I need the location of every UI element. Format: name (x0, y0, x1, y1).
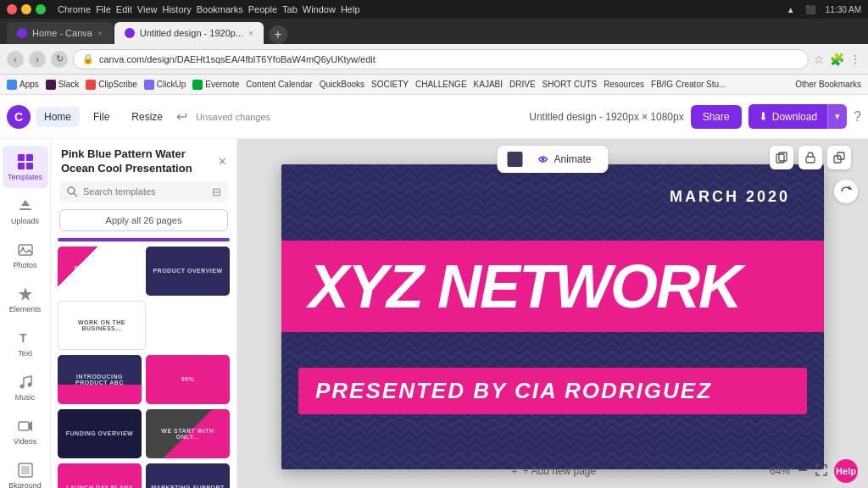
svg-rect-12 (19, 422, 29, 430)
bookmark-society[interactable]: SOCIETY (371, 80, 409, 89)
music-label: Music (15, 393, 36, 402)
photos-icon (16, 241, 35, 259)
close-window-button[interactable] (7, 4, 17, 14)
back-button[interactable]: ‹ (7, 51, 24, 68)
list-item[interactable]: PRODUCT OVERVIEW (146, 247, 230, 296)
sidebar-item-background[interactable]: Bkground (3, 454, 48, 488)
bookmark-resources[interactable]: Resources (604, 80, 644, 89)
animate-button[interactable]: Animate (529, 150, 598, 169)
canva-home-button[interactable]: Home (36, 107, 80, 127)
refresh-button[interactable]: ↻ (51, 51, 68, 68)
url-bar[interactable]: 🔒 canva.com/design/DAEHt1sqsEA/4fbIT6Yfo… (73, 49, 809, 69)
bookmark-slack[interactable]: Slack (46, 80, 79, 90)
presented-by-banner[interactable]: PRESENTED BY CIA RODRIGUEZ (298, 368, 807, 414)
filter-icon[interactable]: ⊟ (212, 186, 221, 198)
os-menu-file[interactable]: File (96, 4, 111, 14)
canva-file-button[interactable]: File (85, 107, 118, 127)
bookmark-star-icon[interactable]: ☆ (814, 53, 825, 66)
sidebar-item-text[interactable]: T Text (3, 322, 48, 364)
download-caret-button[interactable]: ▾ (827, 104, 847, 129)
svg-rect-15 (21, 466, 30, 474)
bookmark-apps[interactable]: Apps (7, 80, 39, 90)
copy-page-button[interactable] (770, 146, 793, 169)
share-button[interactable]: Share (691, 105, 742, 129)
list-item[interactable]: WE START WITH ONLY... (146, 409, 230, 458)
list-item[interactable]: PRESENTATIONOUTLINE (58, 247, 142, 296)
svg-rect-4 (19, 208, 31, 210)
uploads-label: Uploads (11, 217, 39, 225)
os-menu-window[interactable]: Window (303, 4, 336, 14)
bookmark-kajabi[interactable]: KAJABI (474, 80, 503, 89)
send-to-back-button[interactable] (827, 146, 851, 169)
os-menu-edit[interactable]: Edit (116, 4, 132, 14)
template-row-3: WORK ON THEBUSINESS... (58, 301, 230, 350)
zoom-out-button[interactable] (797, 464, 809, 479)
os-menu-view[interactable]: View (137, 4, 158, 14)
tab-close-design[interactable]: × (248, 29, 253, 38)
add-new-page-button[interactable]: ＋ + Add new page (509, 464, 596, 479)
music-icon (16, 373, 35, 391)
sidebar-icons: Templates Uploads Photos Elements T Text (0, 139, 51, 488)
minimize-window-button[interactable] (21, 4, 31, 14)
bookmark-quickbooks[interactable]: QuickBooks (320, 80, 364, 89)
new-tab-button[interactable]: + (269, 25, 287, 44)
sidebar-item-elements[interactable]: Elements (3, 278, 48, 320)
canva-resize-button[interactable]: Resize (123, 107, 171, 127)
xyz-network-banner[interactable]: XYZ NETWORK (281, 241, 824, 332)
os-menu-history[interactable]: History (162, 4, 191, 14)
uploads-icon (16, 197, 35, 215)
zoom-fit-button[interactable] (815, 464, 827, 479)
tab-untitled-design[interactable]: Untitled design - 1920p... × (114, 22, 264, 44)
bookmark-clickup[interactable]: ClickUp (144, 80, 186, 90)
undo-button[interactable]: ↩ (176, 108, 187, 125)
bookmark-content-calendar[interactable]: Content Calendar (246, 80, 312, 89)
maximize-window-button[interactable] (36, 4, 46, 14)
bookmark-clipscribe[interactable]: ClipScribe (86, 80, 137, 90)
list-item[interactable]: INTRODUCINGPRODUCT ABC (58, 355, 142, 404)
list-item[interactable]: WORK ON THEBUSINESS... (58, 301, 146, 350)
help-button[interactable]: Help (834, 459, 858, 483)
expand-icon (815, 464, 827, 476)
canvas-color-swatch[interactable] (507, 152, 522, 167)
zoom-out-icon (797, 464, 809, 476)
canva-logo[interactable]: C (7, 105, 31, 129)
bookmark-shortcuts[interactable]: SHORT CUTS (542, 80, 598, 89)
tab-close-home[interactable]: × (97, 29, 103, 38)
sidebar-item-photos[interactable]: Photos (3, 234, 48, 276)
os-menu-people[interactable]: People (248, 4, 277, 14)
forward-button[interactable]: › (29, 51, 46, 68)
sidebar-item-templates[interactable]: Templates (3, 146, 48, 188)
bookmark-fbig[interactable]: FB/IG Creator Stu... (651, 80, 726, 89)
list-item[interactable]: XYZ NETWORK PRESENTED BY CIA RODRIGUEZ (58, 238, 230, 241)
sidebar-item-videos[interactable]: Videos (3, 410, 48, 452)
extensions-icon[interactable]: 🧩 (830, 53, 844, 66)
list-item[interactable]: FUNDING OVERVIEW (58, 409, 142, 458)
bookmark-evernote[interactable]: Evernote (192, 80, 239, 90)
sidebar-item-uploads[interactable]: Uploads (3, 190, 48, 232)
bookmark-drive[interactable]: DRIVE (509, 80, 536, 89)
os-menu-tab[interactable]: Tab (282, 4, 298, 14)
os-menu-help[interactable]: Help (341, 4, 360, 14)
svg-line-20 (74, 193, 77, 197)
help-question-icon[interactable]: ? (854, 109, 861, 125)
download-button[interactable]: ⬇ Download (748, 104, 827, 129)
os-menu-chrome[interactable]: Chrome (58, 4, 91, 14)
panel-close-button[interactable]: × (219, 154, 226, 169)
list-item[interactable]: 98% (146, 355, 230, 404)
list-item[interactable]: LAUNCH DAY PLANS (58, 463, 142, 488)
browser-menu-icon[interactable]: ⋮ (849, 53, 861, 66)
svg-rect-28 (798, 469, 807, 471)
design-canvas[interactable]: MARCH 2020 XYZ NETWORK PRESENTED BY CIA … (281, 164, 824, 469)
search-input[interactable] (83, 186, 207, 197)
sidebar-item-music[interactable]: Music (3, 366, 48, 408)
svg-rect-3 (26, 163, 33, 169)
template-search-bar[interactable]: ⊟ (59, 181, 228, 202)
bookmark-challenge[interactable]: CHALLENGE (415, 80, 467, 89)
tab-home-canva[interactable]: Home - Canva × (7, 22, 113, 44)
os-menu-bookmarks[interactable]: Bookmarks (197, 4, 243, 14)
refresh-canvas-button[interactable] (834, 180, 858, 203)
list-item[interactable]: MARKETING SUPPORT (146, 463, 230, 488)
lock-button[interactable] (798, 146, 822, 169)
bookmark-other[interactable]: Other Bookmarks (795, 80, 861, 89)
apply-all-button[interactable]: Apply all 26 pages (59, 209, 228, 231)
